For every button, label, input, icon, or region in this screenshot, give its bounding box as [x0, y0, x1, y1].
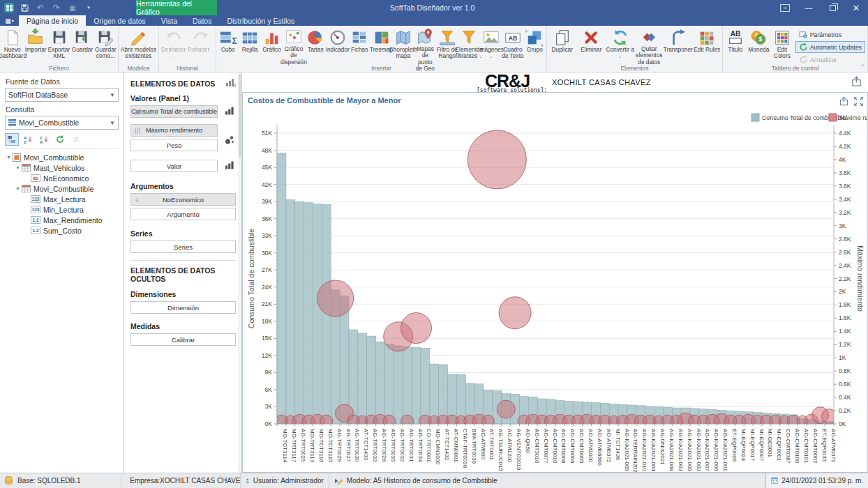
tree-item-noeconomico[interactable]: abNoEconomico	[5, 173, 119, 183]
tree-item-movi-combustible[interactable]: ▾Movi_Combustible	[5, 183, 119, 194]
tab-vista[interactable]: Vista	[154, 15, 185, 26]
ribbon-importar-button[interactable]: Importar	[24, 27, 47, 64]
swap-button[interactable]	[69, 133, 83, 146]
ribbon-cuadro-de-texto-button[interactable]: ABCuadro de Texto	[502, 27, 523, 64]
undo-quick-icon[interactable]: ↶	[35, 2, 46, 13]
minimize-button[interactable]: —	[797, 0, 821, 15]
ribbon-imagenes-button[interactable]: Imágenes ⌄	[480, 27, 502, 64]
chart-structure-icon[interactable]	[226, 78, 236, 89]
ribbon-grupo-button[interactable]: Grupo	[524, 27, 546, 64]
tree-item-min-lectura[interactable]: 123Min_Lectura	[5, 204, 119, 215]
ribbon-guardar-como-button[interactable]: Guardar como...	[94, 27, 117, 64]
ribbon-indicador-button[interactable]: Indicador	[327, 27, 348, 64]
ribbon-nuevo-dashboard-button[interactable]: Nuevo Dashboard	[1, 27, 24, 64]
field-chip-calibrar[interactable]: Calibrar	[130, 333, 236, 346]
field-chip-series[interactable]: Series	[130, 241, 236, 253]
tree-expander-icon[interactable]: ▾	[14, 165, 22, 171]
sort-ascending-button[interactable]: AZ	[21, 133, 35, 146]
field-chip-argumento[interactable]: Argumento	[130, 208, 236, 220]
ribbon-group-label: Historial	[159, 65, 216, 72]
svg-text:12K: 12K	[262, 352, 272, 359]
field-chip-peso[interactable]: Peso	[130, 139, 218, 151]
ribbon-titulo-button[interactable]: ABTítulo	[724, 27, 747, 64]
ribbon-guardar-button[interactable]: Guardar	[70, 27, 93, 64]
ribbon-eliminar-button[interactable]: Eliminar	[577, 27, 606, 64]
fuente-de-datos-select[interactable]: SoftFlot DataBase ▼	[5, 88, 119, 102]
qat-dropdown-icon[interactable]: ▾	[83, 2, 94, 13]
ribbon-automatic-updates-button[interactable]: Automatic Updates	[795, 41, 865, 53]
fuente-de-datos-value: SoftFlot DataBase	[8, 91, 110, 99]
tree-item-movi-combustible[interactable]: ▾Movi_Combustible	[5, 152, 119, 162]
tree-item-max-rendimiento[interactable]: 1.2Max_Rendimiento	[5, 215, 119, 225]
chart-export-icon[interactable]	[839, 96, 848, 109]
field-chip-dimension[interactable]: Dimensión	[130, 301, 236, 314]
parameters-icon	[799, 30, 808, 39]
redo-quick-icon[interactable]: ↷	[51, 2, 62, 13]
ribbon-quitar-elementos-de-datos-button[interactable]: Quitar elementos de datos	[635, 27, 664, 64]
chart-panel[interactable]: 0K3K6K9K12K15K18K21K24K27K30K33K36K39K42…	[242, 92, 868, 473]
ribbon-edit-rules-button[interactable]: Edit Rules	[693, 27, 722, 64]
save-quick-icon[interactable]	[19, 2, 30, 13]
ribbon-parametros-button[interactable]: Parámetros	[795, 29, 865, 40]
ribbon-edit-colors-button[interactable]: Edit Colors	[770, 27, 794, 64]
svg-text:AG-ONIX2021: AG-ONIX2021	[659, 429, 666, 465]
ribbon-grafico-de-dispersion-button[interactable]: Gráfico de dispersión	[283, 27, 304, 64]
ribbon-rehacer-button[interactable]: Rehacer ⌄	[188, 27, 216, 64]
ribbon-elementos-filtrantes-button[interactable]: Elementos filtrantes ⌄	[458, 27, 479, 64]
ribbon-collapse-chevron[interactable]: ⌃	[860, 63, 865, 70]
ribbon-duplicar-button[interactable]: Duplicar	[548, 27, 577, 64]
tree-item-sum-costo[interactable]: 1.2Sum_Costo	[5, 225, 119, 236]
table-quick-icon[interactable]: ▦	[67, 2, 78, 13]
status-base: Base: SQLOLEDB.1	[0, 473, 121, 488]
ribbon-transponer-button[interactable]: Transponer	[664, 27, 693, 64]
field-type-icon: 1.2	[31, 227, 40, 234]
export-icon[interactable]	[851, 76, 862, 89]
tree-item-mast-vehiculos[interactable]: ▾Mast_Vehiculos	[5, 162, 119, 173]
tab-pagina-de-inicio[interactable]: Página de inicio	[19, 15, 86, 26]
svg-text:AG-TERRAIN2020: AG-TERRAIN2020	[632, 429, 638, 472]
ribbon-deshacer-button[interactable]: Deshacer ⌄	[160, 27, 188, 64]
sort-descending-button[interactable]: ZA	[37, 133, 51, 146]
restore-button[interactable]	[821, 0, 844, 15]
svg-text:0.2K: 0.2K	[839, 407, 851, 414]
field-chip-noeconomico[interactable]: ↓ NoEconomico	[130, 193, 236, 206]
ribbon-fichas-button[interactable]: Fichas	[348, 27, 370, 64]
tree-expander-icon[interactable]: ▾	[5, 154, 13, 160]
tab-distribucion-y-estilos[interactable]: Distribución y Estilos	[219, 15, 302, 26]
open-models-icon	[130, 29, 148, 47]
ribbon-choropleth-mapa-button[interactable]: Choropleth mapa	[392, 27, 414, 64]
file-menu-button[interactable]: ▦▾	[0, 15, 19, 26]
ribbon-grafico-button[interactable]: Gráfico	[261, 27, 283, 64]
medidas-label: Medidas	[130, 322, 236, 330]
ribbon-exportar-xml-button[interactable]: Exportar XML	[47, 27, 70, 64]
ribbon-options-button[interactable]: +	[773, 0, 797, 15]
tree-expander-icon[interactable]: ▾	[14, 185, 22, 192]
app-icon[interactable]	[4, 3, 14, 13]
refresh-button[interactable]	[53, 133, 67, 146]
field-chip-consumo[interactable]: Consumo Total de combustible	[130, 105, 218, 118]
tree-item-max-lectura[interactable]: 123Max_Lectura	[5, 194, 119, 204]
ribbon-mapas-de-punto-de-geo-button[interactable]: Mapas de punto de Geo ⌄	[414, 27, 436, 64]
ribbon-moneda-button[interactable]: €$Moneda	[747, 27, 771, 64]
field-chip-label: Dimensión	[167, 304, 199, 312]
svg-text:2K: 2K	[839, 288, 846, 295]
ribbon-actualizar-button[interactable]: Actualizar	[795, 54, 865, 66]
consulta-select[interactable]: Movi_Combustible ▼	[5, 116, 119, 130]
tab-origen-de-datos[interactable]: Origen de datos	[86, 15, 154, 26]
ribbon-abrir-modelos-existentes-button[interactable]: Abrir modelos existentes	[119, 27, 158, 64]
contextual-tab-header[interactable]: Herramientas del Gráfico	[136, 0, 217, 15]
treemap-icon	[373, 29, 391, 47]
company-name: XOCHILT CASAS CHAVEZ	[552, 78, 651, 86]
ribbon-cubo-button[interactable]: ΣCubo	[217, 27, 239, 64]
ribbon-rejilla-button[interactable]: Rejilla	[239, 27, 260, 64]
field-chip-maximo[interactable]: Máximo rendimiento	[130, 124, 218, 137]
chart-maximize-icon[interactable]	[854, 96, 863, 109]
ribbon-convertir-a-button[interactable]: Convertir a ⌄	[606, 27, 635, 64]
field-chip-valor[interactable]: Valor	[130, 160, 218, 172]
elements-panel-scrollbar[interactable]	[238, 73, 241, 473]
close-button[interactable]: ✕	[844, 0, 868, 15]
tree-view-toggle-button[interactable]	[5, 133, 19, 146]
tab-datos[interactable]: Datos	[185, 15, 219, 26]
ribbon-tartas-button[interactable]: Tartas	[305, 27, 327, 64]
svg-text:AG-KIA2021-004: AG-KIA2021-004	[650, 429, 657, 471]
